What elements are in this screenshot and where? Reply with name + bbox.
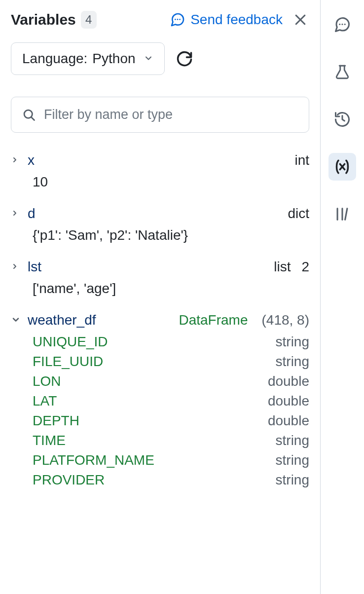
- history-icon: [333, 111, 351, 128]
- dataframe-column-row[interactable]: PLATFORM_NAMEstring: [33, 452, 309, 468]
- variable-value: 10: [33, 174, 309, 190]
- chevron-right-icon: [11, 208, 21, 218]
- variable-header[interactable]: lstlist2: [11, 259, 309, 275]
- dataframe-column-row[interactable]: PROVIDERstring: [33, 472, 309, 488]
- variables-icon: [333, 157, 352, 176]
- columns-icon: [334, 206, 351, 223]
- column-name: LAT: [33, 393, 268, 409]
- dataframe-column-row[interactable]: DEPTHdouble: [33, 413, 309, 429]
- column-name: DEPTH: [33, 413, 268, 429]
- dataframe-column-row[interactable]: UNIQUE_IDstring: [33, 334, 309, 350]
- variable-type: dict: [288, 206, 309, 222]
- controls-row: Language: Python: [11, 42, 309, 75]
- column-name: PROVIDER: [33, 472, 276, 488]
- svg-point-7: [339, 24, 340, 25]
- close-button[interactable]: [291, 11, 309, 29]
- panel-header: Variables 4 Send feedback: [11, 11, 309, 29]
- svg-point-0: [175, 19, 176, 20]
- panel-title: Variables: [11, 11, 76, 28]
- send-feedback-label: Send feedback: [190, 12, 283, 28]
- filter-row: [11, 97, 309, 133]
- sidebar-btn-chat[interactable]: [328, 11, 356, 38]
- dataframe-column-row[interactable]: TIMEstring: [33, 433, 309, 448]
- sidebar-btn-history[interactable]: [328, 106, 356, 133]
- svg-point-9: [344, 24, 346, 25]
- column-name: PLATFORM_NAME: [33, 452, 276, 468]
- variable-item: lstlist2['name', 'age']: [11, 259, 309, 297]
- right-sidebar: [321, 0, 364, 594]
- variable-extra: 2: [301, 259, 309, 275]
- chevron-down-icon: [11, 315, 21, 325]
- variable-name: d: [28, 206, 36, 222]
- send-feedback-link[interactable]: Send feedback: [170, 12, 283, 28]
- column-type: string: [276, 472, 309, 488]
- variable-type: list: [274, 259, 291, 275]
- language-value: Python: [92, 51, 135, 67]
- column-name: TIME: [33, 433, 276, 448]
- variable-name: lst: [28, 259, 41, 275]
- variable-count-badge: 4: [81, 11, 97, 29]
- variable-header[interactable]: weather_dfDataFrame(418, 8): [11, 312, 309, 328]
- svg-line-15: [345, 209, 347, 220]
- column-type: double: [268, 373, 309, 389]
- language-label: Language:: [22, 51, 87, 67]
- variable-item: weather_dfDataFrame(418, 8)UNIQUE_IDstri…: [11, 312, 309, 488]
- variable-value: {'p1': 'Sam', 'p2': 'Natalie'}: [33, 227, 309, 243]
- column-name: FILE_UUID: [33, 354, 276, 370]
- lab-icon: [334, 64, 351, 80]
- variable-item: ddict{'p1': 'Sam', 'p2': 'Natalie'}: [11, 206, 309, 243]
- sidebar-btn-columns[interactable]: [328, 200, 356, 228]
- dataframe-column-row[interactable]: LATdouble: [33, 393, 309, 409]
- svg-point-1: [177, 19, 179, 20]
- svg-line-6: [31, 117, 34, 120]
- variable-value: ['name', 'age']: [33, 281, 309, 297]
- column-name: UNIQUE_ID: [33, 334, 276, 350]
- chevron-right-icon: [11, 155, 21, 165]
- column-type: string: [276, 334, 309, 350]
- refresh-button[interactable]: [175, 49, 194, 69]
- chevron-down-icon: [144, 53, 153, 63]
- variable-header[interactable]: xint: [11, 152, 309, 168]
- variable-name: weather_df: [28, 312, 96, 328]
- variable-name: x: [28, 152, 35, 168]
- filter-input-container[interactable]: [11, 97, 309, 133]
- filter-input[interactable]: [44, 107, 298, 122]
- column-name: LON: [33, 373, 268, 389]
- dataframe-column-row[interactable]: FILE_UUIDstring: [33, 354, 309, 370]
- column-type: string: [276, 452, 309, 468]
- variable-type: DataFrame: [179, 312, 248, 328]
- language-select[interactable]: Language: Python: [11, 42, 165, 75]
- column-type: double: [268, 413, 309, 429]
- variable-item: xint10: [11, 152, 309, 190]
- variable-header[interactable]: ddict: [11, 206, 309, 222]
- variable-list: xint10ddict{'p1': 'Sam', 'p2': 'Natalie'…: [11, 152, 309, 488]
- chevron-right-icon: [11, 261, 21, 271]
- sidebar-btn-lab[interactable]: [328, 58, 356, 86]
- svg-point-8: [342, 24, 343, 25]
- column-type: double: [268, 393, 309, 409]
- chat-icon: [333, 16, 351, 34]
- variables-panel: Variables 4 Send feedback Language:: [0, 0, 321, 594]
- sidebar-btn-variables[interactable]: [328, 153, 356, 181]
- column-type: string: [276, 433, 309, 448]
- speech-bubble-icon: [170, 12, 185, 28]
- svg-point-2: [180, 19, 181, 20]
- search-icon: [22, 108, 36, 122]
- variable-type: int: [294, 152, 309, 168]
- column-type: string: [276, 354, 309, 370]
- dataframe-column-row[interactable]: LONdouble: [33, 373, 309, 389]
- variable-shape: (418, 8): [262, 312, 310, 328]
- dataframe-columns: UNIQUE_IDstringFILE_UUIDstringLONdoubleL…: [33, 334, 309, 488]
